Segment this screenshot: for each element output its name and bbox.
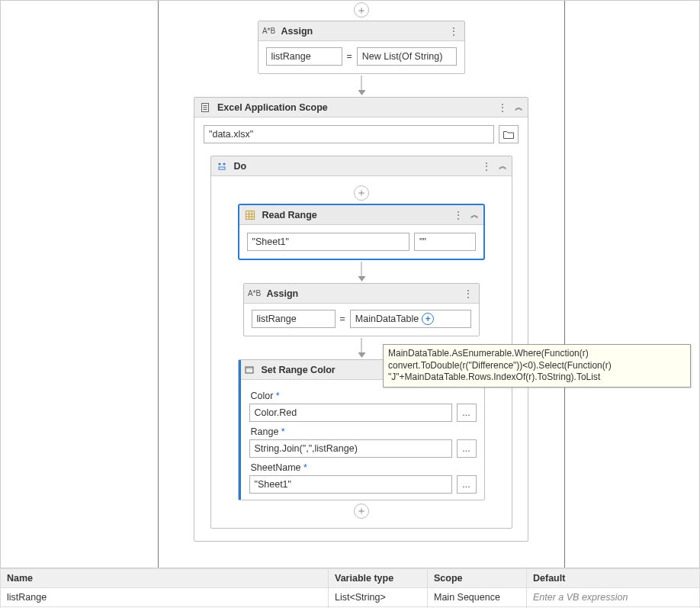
- sheetname-ellipsis-button[interactable]: ...: [457, 475, 477, 494]
- do-sequence[interactable]: Do ⋮ ︽ ＋ Read Range: [210, 156, 512, 529]
- options-icon[interactable]: ⋮: [448, 25, 460, 37]
- color-input[interactable]: Color.Red: [249, 404, 452, 422]
- color-label: Color *: [251, 391, 477, 401]
- variable-row[interactable]: listRange List<String> Main Sequence Ent…: [1, 588, 700, 607]
- collapse-icon[interactable]: ︽: [499, 160, 507, 172]
- svg-rect-6: [219, 167, 225, 169]
- assign-icon: A*B: [249, 288, 261, 300]
- activity-title: Assign: [267, 288, 299, 299]
- assign-to-input[interactable]: listRange: [266, 47, 342, 66]
- svg-rect-7: [246, 211, 254, 219]
- activity-title: Assign: [281, 26, 313, 37]
- variables-panel: Name Variable type Scope Default listRan…: [0, 568, 700, 608]
- workbook-path-input[interactable]: "data.xlsx": [204, 125, 494, 143]
- svg-rect-13: [246, 367, 253, 369]
- col-default[interactable]: Default: [527, 569, 700, 588]
- color-ellipsis-button[interactable]: ...: [457, 404, 477, 422]
- document-icon: [199, 101, 211, 114]
- assign-value-input[interactable]: MainDataTable +: [350, 310, 471, 328]
- selection-strip: [239, 360, 241, 500]
- range-value-input[interactable]: String.Join(",",listRange): [249, 439, 452, 458]
- expression-tooltip: MainDataTable.AsEnumerable.Where(Functio…: [383, 344, 691, 388]
- var-name[interactable]: listRange: [1, 588, 329, 607]
- var-type[interactable]: List<String>: [329, 588, 428, 607]
- sheet-name-input[interactable]: "Sheet1": [247, 233, 410, 251]
- workflow-canvas: ＋ A*B Assign ⋮ listRange = New List(Of S…: [0, 0, 700, 568]
- col-scope[interactable]: Scope: [428, 569, 527, 588]
- activity-title: Set Range Color: [262, 365, 336, 375]
- add-node-top[interactable]: ＋: [354, 2, 369, 18]
- assign-value-text: MainDataTable: [355, 314, 419, 324]
- excel-range-icon: [244, 209, 256, 221]
- var-scope[interactable]: Main Sequence: [428, 588, 527, 607]
- assign-to-input[interactable]: listRange: [252, 310, 336, 328]
- col-type[interactable]: Variable type: [329, 569, 428, 588]
- browse-file-button[interactable]: [499, 125, 519, 143]
- edge-right: [564, 1, 565, 568]
- options-icon[interactable]: ⋮: [481, 160, 493, 172]
- add-node[interactable]: ＋: [354, 503, 369, 519]
- options-icon[interactable]: ⋮: [453, 209, 464, 221]
- var-default[interactable]: Enter a VB expression: [527, 588, 700, 607]
- svg-point-4: [218, 162, 220, 165]
- options-icon[interactable]: ⋮: [497, 101, 509, 114]
- activity-title: Read Range: [262, 210, 317, 220]
- range-ellipsis-button[interactable]: ...: [457, 439, 477, 458]
- range-input[interactable]: "": [414, 233, 476, 251]
- range-label: Range *: [251, 426, 477, 437]
- options-icon[interactable]: ⋮: [463, 288, 474, 300]
- col-name[interactable]: Name: [1, 569, 329, 588]
- equals-sign: =: [347, 51, 352, 62]
- assign-activity-1[interactable]: A*B Assign ⋮ listRange = New List(Of Str…: [258, 21, 465, 74]
- svg-point-5: [223, 162, 225, 165]
- edge-left: [158, 1, 159, 568]
- sheetname-label: SheetName *: [251, 462, 477, 473]
- collapse-icon[interactable]: ︽: [470, 209, 479, 220]
- sheetname-input[interactable]: "Sheet1": [249, 475, 452, 494]
- expand-expression-button[interactable]: +: [422, 313, 434, 325]
- set-range-icon: [243, 364, 255, 376]
- assign-icon: A*B: [263, 25, 275, 37]
- assign-value-input[interactable]: New List(Of String): [357, 47, 457, 66]
- equals-sign: =: [340, 314, 345, 324]
- activity-title: Do: [234, 161, 247, 172]
- excel-application-scope[interactable]: Excel Application Scope ⋮ ︽ "data.xlsx" …: [194, 97, 528, 542]
- activity-title: Excel Application Scope: [217, 102, 328, 113]
- assign-activity-2[interactable]: A*B Assign ⋮ listRange = MainDataTable +: [243, 283, 480, 336]
- collapse-icon[interactable]: ︽: [515, 101, 523, 113]
- read-range-activity[interactable]: Read Range ⋮ ︽ "Sheet1" "": [238, 204, 485, 260]
- add-node[interactable]: ＋: [354, 185, 369, 201]
- sequence-icon: [216, 160, 228, 172]
